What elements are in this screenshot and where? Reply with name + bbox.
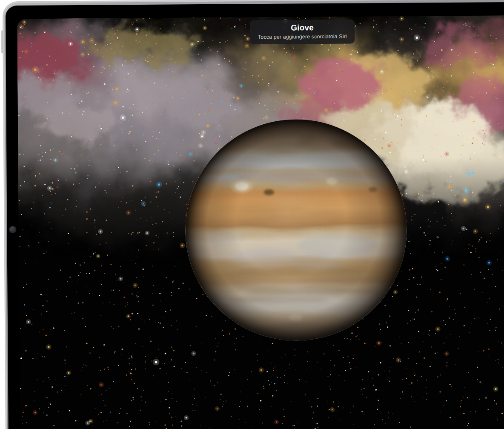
front-camera: [9, 226, 16, 233]
planet-name-label: Giove: [291, 23, 314, 32]
space-scene: [17, 15, 504, 429]
siri-shortcut-hint: Tocca per aggiungere scorciatoia Siri: [258, 34, 347, 40]
ipad-device: Giove Tocca per aggiungere scorciatoia S…: [0, 0, 504, 429]
screen[interactable]: Giove Tocca per aggiungere scorciatoia S…: [17, 15, 504, 429]
siri-suggestion-banner[interactable]: Giove Tocca per aggiungere scorciatoia S…: [250, 19, 355, 44]
